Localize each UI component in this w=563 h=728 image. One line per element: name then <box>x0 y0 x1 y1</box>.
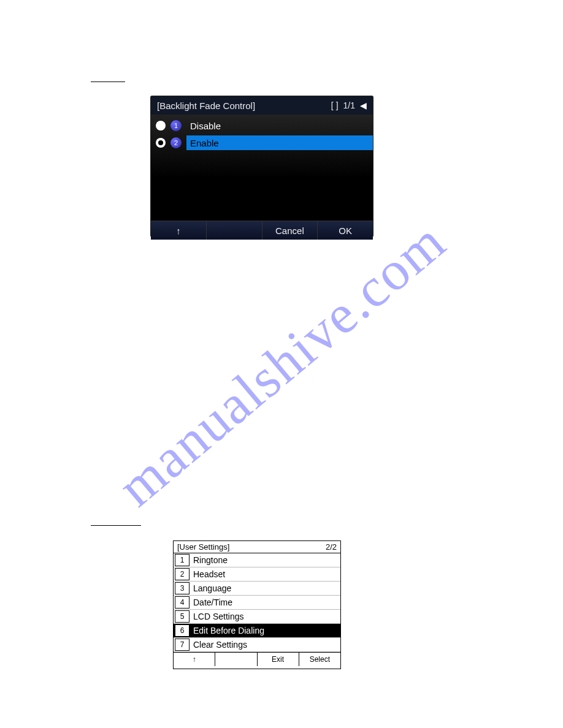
up-arrow-icon: ↑ <box>176 226 181 236</box>
softkey-up[interactable]: ↑ <box>174 653 215 666</box>
list-item-label: Edit Before Dialing <box>192 624 340 637</box>
softkey-exit[interactable]: Exit <box>257 653 299 666</box>
list-item-number: 7 <box>175 639 190 651</box>
screen1-title: [Backlight Fade Control] <box>157 100 255 111</box>
screen1-softkeys: ↑ Cancel OK <box>151 221 373 240</box>
list-item[interactable]: 2 Headset <box>174 567 340 582</box>
section-underline-1 <box>91 82 125 82</box>
option-row-enable[interactable]: 2 Enable <box>151 134 373 151</box>
list-item[interactable]: 1 Ringtone <box>174 553 340 567</box>
list-item-number: 5 <box>175 610 190 623</box>
softkey-ok[interactable]: OK <box>317 221 373 240</box>
option-number-badge: 2 <box>170 137 182 148</box>
list-item-label: Headset <box>192 567 340 581</box>
screen1-status: [ ] 1/1 ◀ <box>331 100 367 110</box>
section-underline-2 <box>91 525 141 526</box>
softkey-blank[interactable] <box>206 221 262 240</box>
screen2-title: [User Settings] <box>177 542 229 552</box>
option-label: Enable <box>186 135 373 150</box>
option-number-badge: 1 <box>170 120 182 131</box>
up-arrow-icon: ↑ <box>193 655 196 664</box>
list-item-label: Date/Time <box>192 596 340 609</box>
list-item-number: 6 <box>175 624 190 637</box>
screen1-body: 1 Disable 2 Enable <box>151 115 373 221</box>
back-arrow-icon: ◀ <box>360 100 367 110</box>
list-item-number: 3 <box>175 582 190 594</box>
screen1-page: 1/1 <box>343 100 355 110</box>
list-item-number: 2 <box>175 568 190 580</box>
list-item-selected[interactable]: 6 Edit Before Dialing <box>174 624 340 638</box>
page-root: manualshive.com [Backlight Fade Control]… <box>0 0 563 728</box>
option-label: Disable <box>186 121 373 131</box>
screen2-list: 1 Ringtone 2 Headset 3 Language 4 Date/T… <box>174 553 340 652</box>
list-item[interactable]: 7 Clear Settings <box>174 638 340 652</box>
softkey-cancel[interactable]: Cancel <box>262 221 318 240</box>
list-item[interactable]: 3 Language <box>174 582 340 596</box>
radio-icon-selected <box>156 138 166 148</box>
softkey-select[interactable]: Select <box>299 653 340 666</box>
softkey-blank[interactable] <box>215 653 256 666</box>
list-item-label: LCD Settings <box>192 610 340 623</box>
figure-backlight-screen: [Backlight Fade Control] [ ] 1/1 ◀ 1 Dis… <box>151 96 373 237</box>
list-item-number: 4 <box>175 596 190 609</box>
radio-icon <box>156 121 166 131</box>
screen1-titlebar: [Backlight Fade Control] [ ] 1/1 ◀ <box>151 96 373 115</box>
option-row-disable[interactable]: 1 Disable <box>151 117 373 134</box>
list-item-label: Ringtone <box>192 553 340 567</box>
list-item-number: 1 <box>175 554 190 566</box>
screen2-page: 2/2 <box>326 542 337 552</box>
watermark: manualshive.com <box>105 210 458 519</box>
list-item-label: Language <box>192 582 340 595</box>
list-item[interactable]: 4 Date/Time <box>174 596 340 610</box>
screen1-bracket: [ ] <box>331 100 339 110</box>
screen2-softkeys: ↑ Exit Select <box>174 652 340 666</box>
screen2-header: [User Settings] 2/2 <box>174 541 340 553</box>
list-item-label: Clear Settings <box>192 638 340 651</box>
list-item[interactable]: 5 LCD Settings <box>174 610 340 624</box>
softkey-up[interactable]: ↑ <box>151 221 206 240</box>
figure-user-settings-screen: [User Settings] 2/2 1 Ringtone 2 Headset… <box>173 540 341 669</box>
